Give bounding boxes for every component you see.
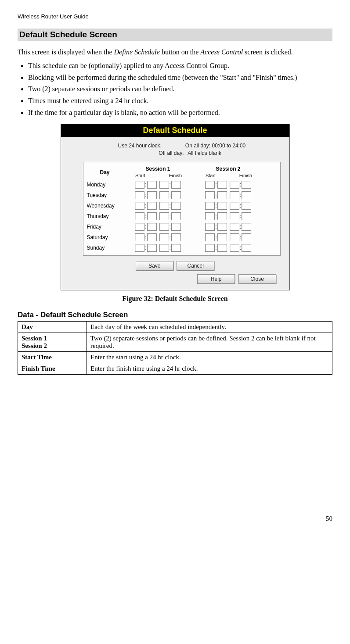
minute-input[interactable] [242, 212, 251, 220]
minute-input[interactable] [171, 202, 181, 210]
day-label: Monday [87, 182, 123, 188]
minute-input[interactable] [242, 223, 251, 231]
hour-input[interactable] [135, 202, 144, 210]
hour-input[interactable] [230, 202, 239, 210]
hour-input[interactable] [230, 223, 239, 231]
time-cell: : [159, 244, 181, 252]
hint-a2: On all day: 00:00 to 24:00 [185, 143, 245, 149]
time-cell: : [159, 181, 181, 189]
bullet-item: This schedule can be (optionally) applie… [28, 61, 332, 71]
hour-input[interactable] [159, 244, 169, 252]
hour-input[interactable] [230, 244, 239, 252]
hour-input[interactable] [230, 181, 239, 189]
minute-input[interactable] [171, 233, 181, 241]
minute-input[interactable] [217, 223, 227, 231]
hour-input[interactable] [135, 191, 144, 199]
bullet-item: Blocking will be performed during the sc… [28, 73, 332, 82]
window-body: Use 24 hour clock. On all day: 00:00 to … [61, 137, 289, 290]
minute-input[interactable] [171, 223, 181, 231]
minute-input[interactable] [217, 202, 227, 210]
time-colon: : [170, 213, 171, 219]
hour-input[interactable] [135, 223, 144, 231]
minute-input[interactable] [242, 191, 251, 199]
session1-finish-label: Finish [158, 173, 193, 178]
hour-input[interactable] [159, 233, 169, 241]
minute-input[interactable] [217, 191, 227, 199]
minute-input[interactable] [217, 212, 227, 220]
page-number: 50 [18, 515, 332, 522]
hour-input[interactable] [159, 181, 169, 189]
time-cell: : [135, 191, 156, 199]
hour-input[interactable] [159, 191, 169, 199]
table-row: Start TimeEnter the start using a 24 hr … [18, 352, 332, 363]
schedule-row: Friday:::: [87, 223, 277, 231]
minute-input[interactable] [147, 223, 157, 231]
hour-input[interactable] [159, 212, 169, 220]
col-day-header: Day [87, 165, 123, 178]
window-title: Default Schedule [61, 124, 289, 137]
minute-input[interactable] [171, 212, 181, 220]
data-section-heading: Data - Default Schedule Screen [18, 311, 332, 319]
minute-input[interactable] [147, 212, 157, 220]
minute-input[interactable] [217, 181, 227, 189]
minute-input[interactable] [171, 244, 181, 252]
time-cell: : [135, 223, 156, 231]
hour-input[interactable] [135, 181, 144, 189]
schedule-table: Day Session 1 Start Finish Session 2 Sta… [83, 162, 281, 256]
hour-input[interactable] [205, 233, 215, 241]
hour-input[interactable] [205, 181, 215, 189]
figure-wrapper: Default Schedule Use 24 hour clock. On a… [18, 124, 332, 291]
time-colon: : [215, 203, 216, 209]
close-button[interactable]: Close [238, 274, 276, 284]
minute-input[interactable] [171, 191, 181, 199]
minute-input[interactable] [147, 233, 157, 241]
hour-input[interactable] [159, 223, 169, 231]
hour-input[interactable] [205, 223, 215, 231]
hour-input[interactable] [205, 244, 215, 252]
minute-input[interactable] [171, 181, 181, 189]
time-colon: : [240, 182, 241, 188]
minute-input[interactable] [147, 244, 157, 252]
time-colon: : [170, 224, 171, 230]
section-heading: Default Schedule Screen [18, 29, 332, 41]
session1-inputs: :: [123, 244, 193, 252]
minute-input[interactable] [147, 191, 157, 199]
minute-input[interactable] [147, 181, 157, 189]
time-colon: : [215, 213, 216, 219]
minute-input[interactable] [242, 181, 251, 189]
hour-input[interactable] [230, 191, 239, 199]
hour-input[interactable] [205, 191, 215, 199]
time-colon: : [145, 234, 146, 240]
hour-input[interactable] [159, 202, 169, 210]
table-label: Session 1Session 2 [18, 333, 87, 352]
minute-input[interactable] [217, 233, 227, 241]
time-colon: : [145, 192, 146, 198]
minute-input[interactable] [242, 244, 251, 252]
hour-input[interactable] [135, 233, 144, 241]
schedule-row: Monday:::: [87, 181, 277, 189]
time-cell: : [159, 202, 181, 210]
schedule-row: Tuesday:::: [87, 191, 277, 199]
minute-input[interactable] [217, 244, 227, 252]
hour-input[interactable] [135, 244, 144, 252]
help-button[interactable]: Help [197, 274, 235, 284]
session2-inputs: :: [193, 202, 263, 210]
minute-input[interactable] [242, 202, 251, 210]
intro-text: This screen is displayed when the [18, 48, 114, 56]
time-cell: : [230, 191, 251, 199]
cancel-button[interactable]: Cancel [177, 261, 214, 271]
time-cell: : [205, 223, 227, 231]
hour-input[interactable] [230, 212, 239, 220]
hour-input[interactable] [205, 212, 215, 220]
session2-start-label: Start [193, 173, 228, 178]
time-cell: : [230, 181, 251, 189]
time-cell: : [230, 244, 251, 252]
hour-input[interactable] [205, 202, 215, 210]
save-button[interactable]: Save [136, 261, 173, 271]
hour-input[interactable] [135, 212, 144, 220]
time-cell: : [159, 191, 181, 199]
hour-input[interactable] [230, 233, 239, 241]
minute-input[interactable] [242, 233, 251, 241]
minute-input[interactable] [147, 202, 157, 210]
day-label: Wednesday [87, 203, 123, 209]
